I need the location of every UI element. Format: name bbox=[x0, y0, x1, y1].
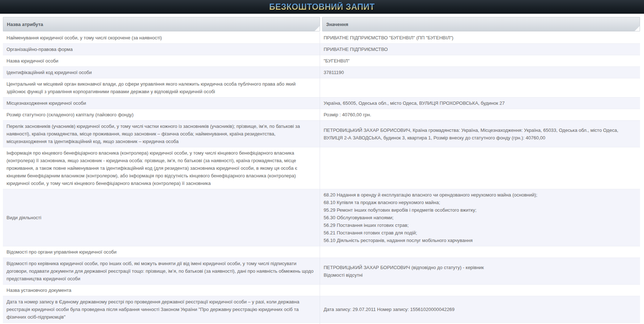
table-row: Види діяльності 68.20 Надання в оренду й… bbox=[3, 189, 640, 246]
table-row: Центральний чи місцевий орган виконавчої… bbox=[3, 78, 640, 98]
table-header-row: Назва атрибута Значення bbox=[3, 17, 640, 31]
attribute-value-cell: Розмір : 40760,00 грн. bbox=[320, 109, 640, 120]
column-header-value: Значення bbox=[322, 17, 640, 31]
attribute-name-cell: Назва юридичної особи bbox=[3, 55, 320, 66]
attribute-value-cell: 68.20 Надання в оренду й експлуатацію вл… bbox=[320, 189, 640, 246]
attribute-name-cell: Перелік засновників (учасників) юридично… bbox=[3, 121, 320, 147]
attribute-name-cell: Найменування юридичної особи, у тому чис… bbox=[3, 32, 320, 43]
attribute-value-cell bbox=[320, 285, 640, 296]
attribute-value-cell bbox=[320, 246, 640, 258]
attribute-name-cell: Організаційно-правова форма bbox=[3, 44, 320, 55]
table-row: Ідентифікаційний код юридичної особи 378… bbox=[3, 67, 640, 78]
table-row: Перелік засновників (учасників) юридично… bbox=[3, 121, 640, 147]
table-row: Місцезнаходження юридичної особи Україна… bbox=[3, 98, 640, 109]
attribute-value-cell: Україна, 65005, Одеська обл., місто Одес… bbox=[320, 98, 640, 109]
page-title: БЕЗКОШТОВНИЙ ЗАПИТ bbox=[269, 2, 375, 12]
table-row: Найменування юридичної особи, у тому чис… bbox=[3, 32, 640, 44]
table-row: Інформація про кінцевого бенефіціарного … bbox=[3, 147, 640, 189]
attribute-name-cell: Ідентифікаційний код юридичної особи bbox=[3, 67, 320, 78]
attribute-value-cell: ПРИВАТНЕ ПІДПРИЄМСТВО "БУГЕНВІЛ" (ПП "БУ… bbox=[320, 32, 640, 43]
table-row: Назва юридичної особи "БУГЕНВІЛ" bbox=[3, 55, 640, 67]
table-row: Дата та номер запису в Єдиному державном… bbox=[3, 296, 640, 323]
attribute-name-cell: Назва установчого документа bbox=[3, 285, 320, 296]
attribute-value-cell: ПЕТРОВИЦЬКИЙ ЗАХАР БОРИСОВИЧ, Країна гро… bbox=[320, 121, 640, 147]
attribute-name-cell: Розмір статутного (складеного) капіталу … bbox=[3, 109, 320, 120]
attribute-value-cell: 37811190 bbox=[320, 67, 640, 78]
attribute-name-cell: Дата та номер запису в Єдиному державном… bbox=[3, 296, 320, 323]
attribute-value-cell: Дата запису: 29.07.2011 Номер запису: 15… bbox=[320, 296, 640, 323]
table-row: Розмір статутного (складеного) капіталу … bbox=[3, 109, 640, 121]
column-header-attribute-name: Назва атрибута bbox=[3, 17, 320, 31]
table-row: Відомості про керівника юридичної особи,… bbox=[3, 258, 640, 285]
attribute-value-cell: ПРИВАТНЕ ПІДПРИЄМСТВО bbox=[320, 44, 640, 55]
attribute-name-cell: Відомості про органи управління юридично… bbox=[3, 246, 320, 258]
attributes-table: Назва атрибута Значення Найменування юри… bbox=[3, 17, 640, 324]
table-row: Відомості про органи управління юридично… bbox=[3, 246, 640, 258]
attribute-value-cell bbox=[320, 147, 640, 189]
page: БЕЗКОШТОВНИЙ ЗАПИТ Назва атрибута Значен… bbox=[0, 0, 644, 324]
page-header: БЕЗКОШТОВНИЙ ЗАПИТ bbox=[0, 0, 644, 14]
table-row: Назва установчого документа bbox=[3, 285, 640, 296]
attribute-name-cell: Відомості про керівника юридичної особи,… bbox=[3, 258, 320, 284]
table-body: Найменування юридичної особи, у тому чис… bbox=[3, 32, 640, 324]
attribute-value-cell: "БУГЕНВІЛ" bbox=[320, 55, 640, 66]
attribute-name-cell: Види діяльності bbox=[3, 189, 320, 246]
attribute-value-cell: ПЕТРОВИЦЬКИЙ ЗАХАР БОРИСОВИЧ (відповідно… bbox=[320, 258, 640, 284]
attribute-name-cell: Центральний чи місцевий орган виконавчої… bbox=[3, 78, 320, 97]
attribute-value-cell bbox=[320, 78, 640, 97]
attribute-name-cell: Місцезнаходження юридичної особи bbox=[3, 98, 320, 109]
attribute-name-cell: Інформація про кінцевого бенефіціарного … bbox=[3, 147, 320, 189]
table-row: Організаційно-правова форма ПРИВАТНЕ ПІД… bbox=[3, 44, 640, 55]
